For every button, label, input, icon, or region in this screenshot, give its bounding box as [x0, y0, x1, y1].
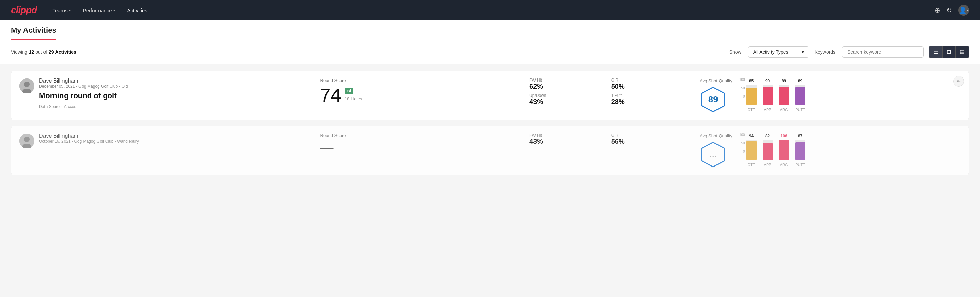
viewing-count: 12 [29, 49, 34, 55]
card-left: Dave Billingham December 05, 2021 - Gog … [19, 78, 307, 109]
nav-performance-label: Performance [83, 8, 112, 13]
bar-putt: 89 PUTT [795, 78, 805, 112]
nav-performance[interactable]: Performance ▾ [78, 5, 120, 16]
header-right: ⊕ ↻ 👤 ▾ [934, 5, 969, 16]
score-value-2: — [320, 141, 334, 154]
user-meta: December 05, 2021 - Gog Magog Golf Club … [39, 84, 128, 89]
refresh-icon[interactable]: ↻ [947, 6, 952, 14]
app-label: APP [764, 108, 772, 112]
fw-hit-label-2: FW Hit [530, 133, 605, 137]
app-bar-fill-2 [763, 144, 773, 160]
shot-quality-section: Avg Shot Quality 89 100 50 0 [693, 78, 961, 113]
sub-header: My Activities [0, 21, 980, 40]
arg-bar-fill [779, 87, 789, 105]
gir-stat-2: GIR 56% [611, 133, 686, 145]
arg-label-2: ARG [780, 163, 788, 167]
sub-stats-2: FW Hit 43% GIR 56% [523, 133, 686, 145]
header-left: clippd Teams ▾ Performance ▾ Activities [11, 5, 152, 16]
list-compact-view-button[interactable]: ▤ [956, 46, 969, 58]
ott-bar-wrapper-2 [746, 140, 757, 160]
round-score-section: Round Score 74 +4 18 Holes [313, 78, 516, 105]
viewing-mid: out of [35, 49, 49, 55]
viewing-prefix: Viewing [11, 49, 29, 55]
bar-ott-2: 94 OTT [746, 134, 757, 167]
avatar-chevron-icon: ▾ [967, 8, 969, 12]
list-dense-view-button[interactable]: ☰ [929, 46, 943, 58]
putt-bar-fill [795, 87, 805, 105]
putt-value: 89 [798, 78, 802, 83]
chart-y-labels-2: 100 50 0 [739, 133, 745, 153]
teams-chevron-icon: ▾ [69, 8, 71, 12]
hexagon: 89 [700, 86, 727, 113]
ott-label-2: OTT [748, 163, 755, 167]
activities-list: Dave Billingham December 05, 2021 - Gog … [0, 64, 980, 188]
bar-arg-2: 106 ARG [779, 134, 789, 167]
viewing-suffix: Activities [55, 49, 76, 55]
bar-putt-2: 87 PUTT [795, 134, 805, 167]
filter-bar: Viewing 12 out of 29 Activities Show: Al… [0, 40, 980, 64]
page-title: My Activities [11, 26, 56, 40]
app-bar-fill [763, 87, 773, 105]
oneputt-stat: 1 Putt 28% [611, 93, 686, 106]
arg-bar-fill-2 [779, 140, 789, 160]
app-value: 90 [765, 78, 770, 83]
updown-stat: Up/Down 43% [530, 93, 605, 106]
oneputt-value: 28% [611, 98, 686, 106]
card-left-2: Dave Billingham October 16, 2021 - Gog M… [19, 133, 307, 148]
app-value-2: 82 [765, 134, 770, 138]
arg-bar-wrapper-2 [779, 140, 789, 160]
holes-text: 18 Holes [345, 96, 362, 101]
avatar-2 [19, 134, 34, 148]
nav-teams-label: Teams [52, 8, 67, 13]
putt-bar-wrapper [795, 85, 805, 105]
edit-button[interactable]: ✏ [953, 76, 964, 87]
dropdown-chevron-icon: ▾ [802, 49, 804, 55]
putt-bar-wrapper-2 [795, 140, 805, 160]
activity-card: Dave Billingham December 05, 2021 - Gog … [11, 71, 969, 120]
nav: Teams ▾ Performance ▾ Activities [48, 5, 152, 16]
activity-type-dropdown[interactable]: All Activity Types ▾ [748, 46, 809, 58]
ott-bar-fill [746, 88, 757, 105]
nav-activities-label: Activities [127, 8, 147, 13]
bar-chart-container: 100 50 0 85 OTT [739, 78, 805, 113]
updown-label: Up/Down [530, 93, 605, 98]
gir-label: GIR [611, 78, 686, 83]
keywords-label: Keywords: [815, 49, 837, 55]
svg-point-1 [24, 81, 30, 87]
putt-bar-fill-2 [795, 142, 805, 160]
arg-value-2: 106 [781, 134, 788, 138]
app-bar-wrapper [763, 85, 773, 105]
show-label: Show: [729, 49, 743, 55]
fw-hit-label: FW Hit [530, 78, 605, 83]
data-source: Data Source: Arccos [39, 104, 128, 109]
nav-activities[interactable]: Activities [123, 5, 152, 16]
round-score-section-2: Round Score — [313, 133, 516, 154]
shot-quality-left-2: Avg Shot Quality … [700, 133, 732, 168]
app-label-2: APP [764, 163, 772, 167]
bar-ott: 85 OTT [746, 78, 757, 112]
putt-label: PUTT [795, 108, 805, 112]
header: clippd Teams ▾ Performance ▾ Activities … [0, 0, 980, 21]
gir-label-2: GIR [611, 133, 686, 137]
user-avatar[interactable]: 👤 ▾ [958, 5, 969, 16]
fw-hit-value-2: 43% [530, 137, 605, 145]
user-info: Dave Billingham December 05, 2021 - Gog … [39, 78, 128, 109]
ott-value-2: 94 [749, 134, 754, 138]
score-badge: +4 [345, 88, 353, 94]
logo[interactable]: clippd [11, 5, 37, 16]
hexagon-2: … [700, 141, 727, 168]
ott-bar-fill-2 [746, 141, 757, 160]
add-icon[interactable]: ⊕ [934, 6, 940, 14]
bar-chart-container-2: 100 50 0 94 OTT [739, 133, 805, 168]
grid-view-button[interactable]: ⊞ [943, 46, 956, 58]
putt-value-2: 87 [798, 134, 802, 138]
updown-value: 43% [530, 98, 605, 106]
activity-title: Morning round of golf [39, 91, 128, 100]
gir-value-2: 56% [611, 137, 686, 145]
score-value: 74 [320, 86, 341, 105]
fw-hit-value: 62% [530, 83, 605, 90]
search-input[interactable] [842, 46, 924, 58]
avatar-icon: 👤 [959, 6, 966, 14]
nav-teams[interactable]: Teams ▾ [48, 5, 75, 16]
bar-arg: 89 ARG [779, 78, 789, 112]
